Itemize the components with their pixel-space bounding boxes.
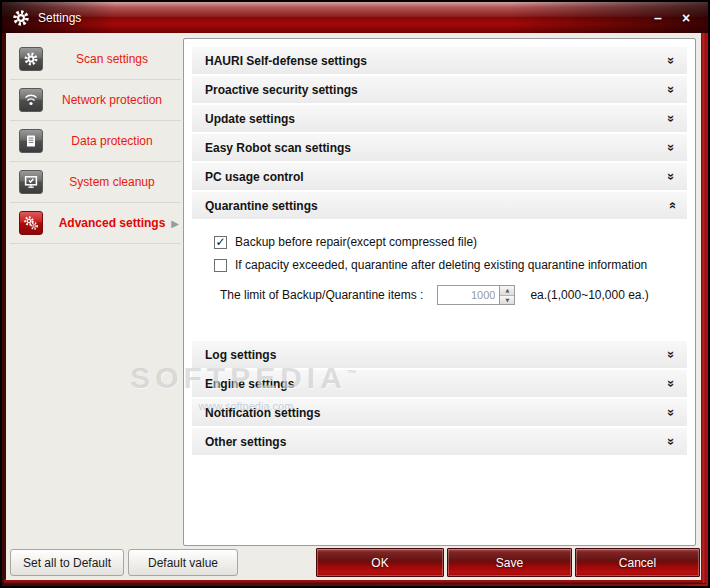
ok-button[interactable]: OK [316, 548, 444, 577]
settings-gear-icon [12, 9, 30, 27]
accordion-header-log-settings[interactable]: Log settings » [192, 341, 687, 368]
accordion-header-quarantine-settings[interactable]: Quarantine settings » [192, 192, 687, 219]
sidebar-item-scan-settings[interactable]: Scan settings [10, 39, 181, 80]
chevron-down-icon: » [664, 438, 679, 445]
quarantine-limit-input[interactable] [438, 286, 499, 304]
sidebar: Scan settings Network protection [10, 39, 181, 244]
accordion-header-notification-settings[interactable]: Notification settings » [192, 399, 687, 426]
set-all-to-default-button[interactable]: Set all to Default [10, 549, 124, 576]
quarantine-limit-row: The limit of Backup/Quarantine items : ▲… [220, 285, 687, 305]
section-title: PC usage control [205, 170, 304, 184]
minimize-button[interactable]: – [650, 10, 666, 26]
backup-before-repair-checkbox[interactable]: ✓ [214, 236, 227, 249]
chevron-down-icon: » [664, 173, 679, 180]
content-area: Scan settings Network protection [6, 33, 701, 580]
quarantine-settings-body: ✓ Backup before repair(except compressed… [192, 221, 687, 341]
backup-before-repair-label: Backup before repair(except compressed f… [235, 235, 477, 249]
default-value-button[interactable]: Default value [128, 549, 238, 576]
chevron-down-icon: » [664, 144, 679, 151]
section-title: Update settings [205, 112, 295, 126]
chevron-up-icon: » [664, 202, 679, 209]
sidebar-item-network-protection[interactable]: Network protection [10, 80, 181, 121]
chevron-down-icon: » [664, 409, 679, 416]
sidebar-item-label: Scan settings [43, 52, 181, 66]
capacity-exceeded-row: If capacity exceeded, quarantine after d… [214, 258, 687, 272]
titlebar: Settings – × [2, 2, 708, 33]
accordion-header-pc-usage-control[interactable]: PC usage control » [192, 163, 687, 190]
active-item-arrow-icon: ▶ [171, 218, 179, 229]
sidebar-item-data-protection[interactable]: Data protection [10, 121, 181, 162]
accordion-header-proactive-security[interactable]: Proactive security settings » [192, 76, 687, 103]
section-title: Quarantine settings [205, 199, 318, 213]
spinner-down-icon[interactable]: ▼ [500, 296, 514, 305]
sidebar-item-label: Data protection [43, 134, 181, 148]
monitor-check-icon [19, 170, 43, 194]
chevron-down-icon: » [664, 115, 679, 122]
quarantine-limit-range: ea.(1,000~10,000 ea.) [530, 288, 648, 302]
window-title: Settings [38, 11, 81, 25]
section-title: Proactive security settings [205, 83, 358, 97]
accordion-header-hauri-self-defense[interactable]: HAURI Self-defense settings » [192, 47, 687, 74]
section-title: Other settings [205, 435, 286, 449]
accordion-header-easy-robot-scan[interactable]: Easy Robot scan settings » [192, 134, 687, 161]
sidebar-item-label: System cleanup [43, 175, 181, 189]
accordion-header-update-settings[interactable]: Update settings » [192, 105, 687, 132]
cancel-button[interactable]: Cancel [575, 548, 700, 577]
wireless-icon [19, 88, 43, 112]
save-button[interactable]: Save [447, 548, 572, 577]
gear-icon [19, 47, 43, 71]
settings-panel: HAURI Self-defense settings » Proactive … [183, 38, 696, 546]
section-title: Easy Robot scan settings [205, 141, 351, 155]
quarantine-limit-label: The limit of Backup/Quarantine items : [220, 288, 423, 302]
accordion-header-other-settings[interactable]: Other settings » [192, 428, 687, 455]
capacity-exceeded-checkbox[interactable] [214, 259, 227, 272]
sidebar-item-label: Network protection [43, 93, 181, 107]
chevron-down-icon: » [664, 86, 679, 93]
accordion-header-engine-settings[interactable]: Engine settings » [192, 370, 687, 397]
sidebar-item-advanced-settings[interactable]: Advanced settings ▶ [10, 203, 181, 244]
section-title: Notification settings [205, 406, 320, 420]
section-title: Log settings [205, 348, 276, 362]
settings-window: Settings – × Scan settings [0, 0, 710, 588]
sidebar-item-label: Advanced settings [43, 216, 181, 230]
section-title: HAURI Self-defense settings [205, 54, 367, 68]
capacity-exceeded-label: If capacity exceeded, quarantine after d… [235, 258, 647, 272]
chevron-down-icon: » [664, 380, 679, 387]
spinner-up-icon[interactable]: ▲ [500, 286, 514, 296]
backup-before-repair-row: ✓ Backup before repair(except compressed… [214, 235, 687, 249]
document-icon [19, 129, 43, 153]
sidebar-item-system-cleanup[interactable]: System cleanup [10, 162, 181, 203]
chevron-down-icon: » [664, 351, 679, 358]
chevron-down-icon: » [664, 57, 679, 64]
gears-icon [19, 211, 43, 235]
close-button[interactable]: × [678, 10, 694, 26]
quarantine-limit-spinner: ▲ ▼ [437, 285, 515, 305]
section-title: Engine settings [205, 377, 294, 391]
